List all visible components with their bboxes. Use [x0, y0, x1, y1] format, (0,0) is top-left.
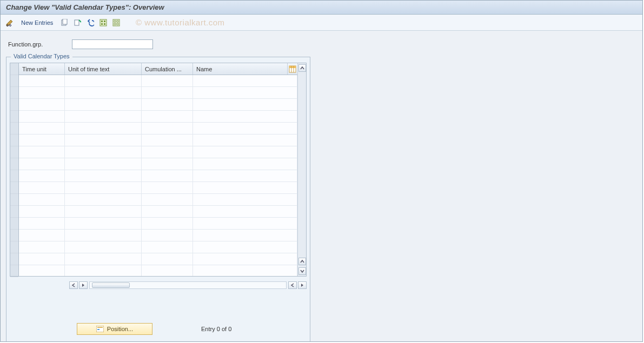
svg-rect-17: [289, 66, 296, 68]
chevron-up-icon: [300, 66, 304, 70]
horizontal-scrollbar: [10, 280, 307, 291]
chevron-left-icon: [71, 283, 76, 287]
scroll-last-button[interactable]: [298, 281, 307, 289]
new-entries-button[interactable]: New Entries: [17, 17, 57, 29]
hscroll-track[interactable]: [89, 281, 287, 289]
undo-button[interactable]: [84, 17, 96, 29]
column-header-unit-of-time-text[interactable]: Unit of time text: [65, 63, 142, 75]
table-row[interactable]: [19, 265, 297, 276]
undo-icon: [87, 19, 94, 26]
position-icon: [96, 326, 104, 332]
column-header-name[interactable]: Name: [193, 63, 288, 75]
table-row[interactable]: [19, 111, 297, 123]
table-config-icon: [289, 65, 296, 73]
svg-rect-7: [101, 21, 103, 22]
scroll-down-button-inner[interactable]: [298, 258, 306, 265]
copy-as-button[interactable]: [58, 17, 70, 29]
table-row[interactable]: [19, 170, 297, 182]
app-toolbar: New Entries © www.tutorialkart.com: [1, 15, 642, 31]
table-row[interactable]: [19, 146, 297, 158]
scroll-first-button[interactable]: [69, 281, 78, 289]
svg-line-5: [79, 20, 81, 22]
hscroll-thumb[interactable]: [92, 283, 130, 288]
table-row[interactable]: [19, 123, 297, 134]
deselect-all-icon: [112, 19, 120, 26]
panel-title: Valid Calendar Types: [11, 53, 72, 59]
grid-rows: [19, 75, 297, 276]
scroll-down-button[interactable]: [298, 267, 306, 275]
svg-rect-21: [97, 327, 103, 328]
row-selector-column[interactable]: [10, 63, 19, 276]
table-row[interactable]: [19, 253, 297, 265]
triangle-right-icon: [300, 283, 304, 287]
new-entries-label: New Entries: [21, 19, 53, 26]
data-grid: Time unit Unit of time text Cumulation .…: [10, 63, 307, 277]
table-row[interactable]: [19, 87, 297, 99]
watermark-text: © www.tutorialkart.com: [136, 18, 225, 27]
svg-rect-8: [104, 21, 105, 22]
chevron-up-icon: [300, 259, 304, 264]
configure-columns-button[interactable]: [288, 63, 297, 75]
svg-rect-9: [101, 23, 103, 25]
grid-main: Time unit Unit of time text Cumulation .…: [19, 63, 297, 276]
grid-header: Time unit Unit of time text Cumulation .…: [19, 63, 297, 75]
deselect-all-button[interactable]: [110, 17, 122, 29]
table-row[interactable]: [19, 241, 297, 253]
chevron-left-icon: [290, 283, 295, 287]
table-row[interactable]: [19, 75, 297, 87]
position-button-label: Position...: [107, 326, 133, 332]
column-header-cumulation[interactable]: Cumulation ...: [142, 63, 193, 75]
scroll-up-button[interactable]: [298, 64, 306, 72]
panel-footer: Position... Entry 0 of 0: [6, 322, 310, 336]
triangle-right-icon: [81, 283, 85, 287]
pencil-glasses-icon: [5, 18, 14, 27]
entry-count-text: Entry 0 of 0: [201, 326, 231, 332]
delete-button[interactable]: [71, 17, 83, 29]
table-row[interactable]: [19, 99, 297, 111]
toggle-edit-button[interactable]: [4, 17, 16, 29]
function-group-label: Function.grp.: [8, 41, 68, 48]
svg-rect-6: [100, 19, 107, 26]
copy-icon: [61, 19, 68, 26]
table-row[interactable]: [19, 194, 297, 206]
function-group-input[interactable]: [72, 39, 153, 49]
table-row[interactable]: [19, 230, 297, 241]
select-all-icon: [99, 19, 107, 26]
delete-icon: [74, 19, 81, 26]
title-bar: Change View "Valid Calendar Types": Over…: [1, 1, 642, 15]
svg-point-1: [10, 24, 11, 26]
function-group-row: Function.grp.: [8, 39, 635, 49]
table-row[interactable]: [19, 218, 297, 230]
svg-rect-10: [104, 23, 105, 25]
valid-calendar-types-panel: Valid Calendar Types Time unit Unit of t…: [6, 57, 310, 342]
vertical-scrollbar[interactable]: [297, 63, 306, 276]
svg-rect-4: [75, 20, 79, 25]
chevron-down-icon: [300, 269, 304, 273]
table-row[interactable]: [19, 206, 297, 218]
svg-rect-22: [97, 329, 99, 330]
svg-rect-3: [63, 19, 67, 24]
select-all-button[interactable]: [97, 17, 109, 29]
column-header-time-unit[interactable]: Time unit: [19, 63, 65, 75]
content-area: Function.grp. Valid Calendar Types Time …: [1, 31, 642, 341]
table-row[interactable]: [19, 158, 297, 170]
table-row[interactable]: [19, 182, 297, 194]
page-title: Change View "Valid Calendar Types": Over…: [6, 3, 164, 11]
position-button[interactable]: Position...: [77, 323, 152, 335]
scroll-left-button[interactable]: [79, 281, 88, 289]
app-window: Change View "Valid Calendar Types": Over…: [0, 0, 643, 342]
table-row[interactable]: [19, 134, 297, 146]
scroll-right-button[interactable]: [288, 281, 297, 289]
